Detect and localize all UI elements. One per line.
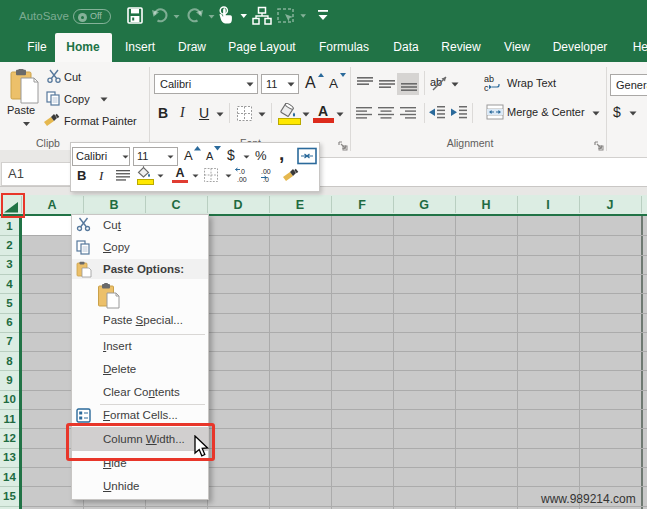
svg-text:.00: .00: [237, 176, 247, 183]
svg-text:.00: .00: [261, 168, 271, 175]
svg-text:c: c: [484, 83, 489, 92]
